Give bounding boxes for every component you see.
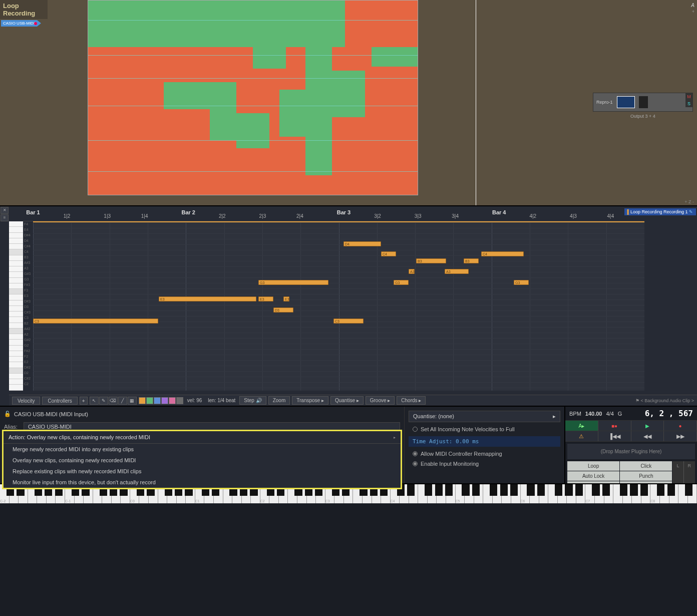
solo-button[interactable]: S <box>685 100 692 107</box>
note-grid[interactable]: C3E3G3E3D3E3C3D4C4G3A3B3A3B3C4G3 <box>33 222 644 391</box>
close-icon[interactable]: ✕ <box>1 207 9 214</box>
midi-note[interactable]: E3 <box>159 296 256 301</box>
color-swatches <box>139 397 183 404</box>
playhead[interactable] <box>476 0 476 205</box>
marker-a[interactable]: A <box>691 3 694 8</box>
color-swatch[interactable] <box>176 397 183 404</box>
color-swatch[interactable] <box>146 397 153 404</box>
line-tool-icon[interactable]: ╱ <box>118 397 127 405</box>
action-menu-item[interactable]: Overlay new clips, containing newly reco… <box>4 455 401 466</box>
rewind-button[interactable]: ◀◀ <box>631 431 664 441</box>
controllers-tab[interactable]: Controllers <box>42 397 77 405</box>
menu-icon[interactable]: ≡ <box>1 214 9 221</box>
color-swatch[interactable] <box>161 397 168 404</box>
rewind-start-button[interactable]: ▐◀◀ <box>598 431 631 441</box>
bpm-value[interactable]: 140.00 <box>585 411 602 417</box>
time-adjust-field[interactable]: Time Adjust: 0.00 ms <box>409 436 560 447</box>
paint-tool-icon[interactable]: ▦ <box>128 397 137 405</box>
loop-button[interactable]: Loop <box>567 461 619 471</box>
velocity-tab[interactable]: Velocity <box>12 397 40 405</box>
midi-note[interactable]: D3 <box>273 307 293 313</box>
background-clip-selector[interactable]: ⚑ < Background Audio Clip > <box>635 398 694 403</box>
chords-button[interactable]: Chords ▸ <box>397 396 426 405</box>
action-menu-item[interactable]: Merge newly recorded MIDI into any exist… <box>4 444 401 455</box>
groove-button[interactable]: Groove ▸ <box>366 396 395 405</box>
quantise-button[interactable]: Quantise ▸ <box>330 396 364 405</box>
forward-button[interactable]: ▶▶ <box>664 431 697 441</box>
mute-button[interactable]: M <box>685 93 692 100</box>
enable-monitor-option[interactable]: Enable Input Monitoring <box>409 459 560 469</box>
velocities-full-option[interactable]: Set All Incoming Note Velocities to Full <box>409 424 560 434</box>
master-plugin-drop[interactable]: (Drop Master Plugins Here) <box>567 444 695 459</box>
add-lane-button[interactable]: + <box>80 397 88 405</box>
time-ruler[interactable]: Bar 1 1|2 1|3 1|4 Bar 2 2|2 2|3 2|4 Bar … <box>23 206 644 221</box>
action-dropdown: Action: Overlay new clips, containing ne… <box>2 430 402 489</box>
plugin-chain: Repro-1 M S Output 3 + 4 <box>593 93 693 119</box>
plugin-slot[interactable]: Repro-1 M S <box>593 93 693 112</box>
timecode-display[interactable]: 6, 2 , 567 <box>645 409 693 418</box>
midi-note[interactable]: A3 <box>409 269 415 274</box>
midi-note[interactable]: C3 <box>333 319 364 324</box>
lock-icon[interactable]: 🔓 <box>4 411 11 417</box>
action-dropdown-header[interactable]: Action: Overlay new clips, containing ne… <box>4 431 401 444</box>
midi-note[interactable]: E3 <box>283 296 289 301</box>
bpm-label: BPM <box>569 411 581 417</box>
midi-note[interactable]: D4 <box>343 241 381 246</box>
midi-note[interactable]: A3 <box>445 269 469 274</box>
pointer-tool-icon[interactable]: ↖ <box>90 397 99 405</box>
transport-buttons-1: A▸ ■● ▶ ● <box>565 421 697 431</box>
record-arm-icon[interactable] <box>34 22 37 25</box>
track-title: Loop Recording <box>0 0 48 19</box>
plugin-preview-thumb <box>617 96 635 108</box>
timesig-value[interactable]: 4/4 <box>606 411 614 417</box>
midi-note[interactable]: C4 <box>481 251 524 256</box>
record-mode-button[interactable]: ■● <box>598 421 631 431</box>
midi-note[interactable]: G3 <box>258 280 328 285</box>
marker-add-icon[interactable]: + <box>692 9 694 14</box>
midi-note[interactable]: C3 <box>33 319 158 324</box>
color-swatch[interactable] <box>139 397 146 404</box>
click-button[interactable]: Click <box>620 461 672 471</box>
alias-label: Alias: <box>4 424 18 430</box>
color-swatch[interactable] <box>154 397 161 404</box>
midi-input-tag[interactable]: CASIO USB-MIDI <box>1 20 41 27</box>
midi-note[interactable]: B3 <box>464 258 479 263</box>
editor-toolbar: Velocity Controllers + ↖ ✎ ⌫ ╱ ▦ vel: 96… <box>9 395 697 406</box>
transpose-button[interactable]: Transpose ▸ <box>292 396 328 405</box>
play-button[interactable]: ▶ <box>631 421 664 431</box>
zoom-controls[interactable]: + Z - <box>684 199 694 204</box>
velocity-label: vel: 96 <box>185 398 204 403</box>
erase-tool-icon[interactable]: ⌫ <box>109 397 118 405</box>
clip-name-badge[interactable]: ▌Loop Recording Recording 1 ✎ <box>624 208 696 215</box>
output-routing[interactable]: Output 3 + 4 <box>593 114 693 119</box>
track-header[interactable]: Loop Recording CASIO USB-MIDI <box>0 0 48 205</box>
midi-note[interactable]: G3 <box>394 280 409 285</box>
midi-clip-preview[interactable] <box>88 0 418 195</box>
quantise-properties: Quantise: (none)▸ Set All Incoming Note … <box>404 407 564 483</box>
midi-note[interactable]: B3 <box>416 258 446 263</box>
punch-button[interactable]: Punch <box>620 471 672 481</box>
pencil-tool-icon[interactable]: ✎ <box>99 397 108 405</box>
autolock-button[interactable]: Auto Lock <box>567 471 619 481</box>
input-properties: 🔓 CASIO USB-MIDI (MIDI Input) Alias: CAS… <box>0 407 404 483</box>
quantise-dropdown[interactable]: Quantise: (none)▸ <box>409 411 560 422</box>
midi-note[interactable]: C4 <box>381 251 396 256</box>
key-value[interactable]: G <box>618 411 622 417</box>
piano-roll-keys[interactable] <box>9 221 23 391</box>
transport-buttons-2: ⚠ ▐◀◀ ◀◀ ▶▶ <box>565 431 697 442</box>
midi-note[interactable]: G3 <box>514 280 529 285</box>
zoom-button[interactable]: Zoom <box>268 396 290 405</box>
allow-remap-option[interactable]: Allow MIDI Controller Remapping <box>409 449 560 459</box>
chevron-right-icon: ▸ <box>394 435 396 440</box>
action-menu-item[interactable]: Monitor live input from this device, but… <box>4 477 401 488</box>
step-button[interactable]: Step 🔊 <box>239 396 266 405</box>
properties-panel: 🔓 CASIO USB-MIDI (MIDI Input) Alias: CAS… <box>0 406 697 483</box>
action-menu-item[interactable]: Replace existing clips with newly record… <box>4 466 401 477</box>
warning-icon[interactable]: ⚠ <box>565 431 598 441</box>
color-swatch[interactable] <box>169 397 176 404</box>
automation-button[interactable]: A▸ <box>565 421 598 431</box>
plugin-name: Repro-1 <box>596 100 613 105</box>
midi-note[interactable]: E3 <box>258 296 273 301</box>
record-button[interactable]: ● <box>664 421 697 431</box>
clip-lane[interactable]: A + Repro-1 M S Output 3 + 4 + Z - <box>48 0 697 205</box>
